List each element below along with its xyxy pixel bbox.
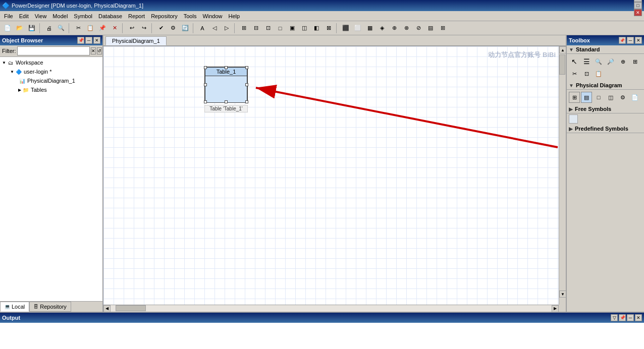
tb-btn-g5[interactable]: ▣ [287, 23, 298, 34]
menu-file[interactable]: File [1, 12, 16, 20]
restore-button[interactable]: □ [634, 2, 642, 9]
tb-btn-g4[interactable]: □ [275, 23, 286, 34]
tool-table-grid[interactable]: ⊞ [569, 92, 580, 103]
tb-btn-grid2[interactable]: ⊟ [250, 23, 261, 34]
filter-refresh-button[interactable]: ↺ [97, 47, 102, 54]
tool-view[interactable]: □ [593, 92, 604, 103]
expand-workspace-icon[interactable]: ▼ [2, 61, 6, 65]
tree-userlogin[interactable]: ▼ 🔷 user-login * [1, 67, 101, 76]
tree-physicaldiagram[interactable]: 📊 PhysicalDiagram_1 [1, 76, 101, 85]
tool-copy[interactable]: ⊡ [581, 68, 592, 79]
tb-btn-h9[interactable]: ⊞ [437, 23, 448, 34]
tool-doc[interactable]: 📄 [629, 92, 640, 103]
hscroll-thumb[interactable] [116, 305, 146, 311]
toolbox-section-standard[interactable]: ▼ Standard [567, 45, 644, 54]
handle-ml[interactable] [204, 83, 207, 86]
handle-mr[interactable] [245, 83, 248, 86]
tb-btn-h8[interactable]: ▤ [425, 23, 436, 34]
tb-btn-h4[interactable]: ◈ [377, 23, 388, 34]
tool-list[interactable]: ☰ [581, 56, 592, 67]
hscroll-left-button[interactable]: ◀ [103, 305, 111, 312]
ob-close-button[interactable]: ✕ [93, 37, 100, 44]
reverse-button[interactable]: 🔄 [180, 23, 191, 34]
tool-props[interactable]: ⊞ [629, 56, 640, 67]
tool-zoomout[interactable]: 🔎 [605, 56, 616, 67]
delete-button[interactable]: ✕ [109, 23, 120, 34]
new-button[interactable]: 📄 [2, 23, 13, 34]
cut-button[interactable]: ✂ [73, 23, 84, 34]
tree-tables[interactable]: ▶ 📁 Tables [1, 85, 101, 94]
tb-btn-g6[interactable]: ◫ [299, 23, 310, 34]
handle-tm[interactable] [225, 66, 228, 69]
toolbox-minimize-button[interactable]: ─ [627, 37, 634, 44]
menu-edit[interactable]: Edit [16, 12, 32, 20]
close-button[interactable]: ✕ [634, 9, 642, 16]
handle-tl[interactable] [204, 66, 207, 69]
check-button[interactable]: ✔ [155, 23, 167, 34]
table-element[interactable]: Table_1 Table 'Table_1' [204, 67, 248, 112]
undo-button[interactable]: ↩ [126, 23, 137, 34]
tb-btn-grid1[interactable]: ⊞ [238, 23, 249, 34]
output-close-button[interactable]: ✕ [635, 314, 642, 321]
output-expand-button[interactable]: ▽ [611, 314, 618, 321]
toolbox-section-free[interactable]: ▶ Free Symbols [567, 105, 644, 113]
vscroll-down-button[interactable]: ▼ [559, 290, 566, 298]
handle-bm[interactable] [225, 100, 228, 103]
redo-button[interactable]: ↪ [138, 23, 149, 34]
vscroll-thumb[interactable] [559, 54, 565, 75]
tb-btn-g3[interactable]: ⊡ [262, 23, 274, 34]
tb-btn-g7[interactable]: ◧ [311, 23, 322, 34]
toolbox-close-button[interactable]: ✕ [635, 37, 642, 44]
expand-tables-icon[interactable]: ▶ [18, 88, 21, 92]
save-button[interactable]: 💾 [26, 23, 37, 34]
diagram-scroll-area[interactable]: Table_1 Table 'Table_1' 动力节点官方账号 BiBi ▲ … [103, 46, 566, 312]
tab-repository[interactable]: 🗄 Repository [29, 302, 71, 312]
generate-button[interactable]: ⚙ [168, 23, 179, 34]
tb-btn-h7[interactable]: ⊘ [413, 23, 424, 34]
menu-repository[interactable]: Repository [148, 12, 181, 20]
toolbox-section-physical[interactable]: ▼ Physical Diagram [567, 81, 644, 90]
diagram-hscroll[interactable]: ◀ ▶ [103, 305, 559, 312]
tb-btn-h6[interactable]: ⊗ [401, 23, 412, 34]
filter-clear-button[interactable]: ✕ [91, 47, 96, 54]
menu-view[interactable]: View [32, 12, 50, 20]
diagram-canvas[interactable]: Table_1 Table 'Table_1' 动力节点官方账号 BiBi [103, 46, 566, 312]
tb-btn-h3[interactable]: ▦ [364, 23, 375, 34]
tb-btn-h1[interactable]: ⬛ [340, 23, 351, 34]
ob-minimize-button[interactable]: ─ [85, 37, 92, 44]
tool-zoomin[interactable]: 🔍 [593, 56, 604, 67]
table-box[interactable]: Table_1 [204, 67, 248, 103]
ob-pin-button[interactable]: 📌 [77, 37, 84, 44]
tool-table-list[interactable]: ▤ [581, 92, 592, 103]
tool-fit[interactable]: ⊕ [617, 56, 628, 67]
tree-workspace[interactable]: ▼ 🗂 Workspace [1, 58, 101, 67]
print-button[interactable]: 🖨 [43, 23, 55, 34]
handle-tr[interactable] [245, 66, 248, 69]
menu-symbol[interactable]: Symbol [71, 12, 95, 20]
tb-btn-g8[interactable]: ⊠ [323, 23, 334, 34]
diagram-tab-1[interactable]: PhysicalDiagram_1 [105, 36, 167, 45]
menu-report[interactable]: Report [125, 12, 148, 20]
paste-button[interactable]: 📌 [97, 23, 108, 34]
hscroll-right-button[interactable]: ▶ [552, 305, 559, 312]
toolbox-pin-button[interactable]: 📌 [619, 37, 626, 44]
output-pin-button[interactable]: 📌 [619, 314, 626, 321]
tb-btn-right[interactable]: ▷ [221, 23, 232, 34]
copy-button[interactable]: 📋 [85, 23, 96, 34]
open-button[interactable]: 📂 [14, 23, 25, 34]
toolbox-section-predefined[interactable]: ▶ Predefined Symbols [567, 125, 644, 133]
tb-btn-left[interactable]: ◁ [209, 23, 220, 34]
menu-help[interactable]: Help [226, 12, 243, 20]
tab-local[interactable]: 💻 Local [0, 302, 29, 312]
output-minimize-button[interactable]: ─ [627, 314, 634, 321]
tb-btn-h5[interactable]: ⊕ [389, 23, 400, 34]
handle-bl[interactable] [204, 100, 207, 103]
menu-database[interactable]: Database [95, 12, 125, 20]
handle-br[interactable] [245, 100, 248, 103]
tool-cut[interactable]: ✂ [569, 68, 580, 79]
tool-settings2[interactable]: ⚙ [617, 92, 628, 103]
menu-tools[interactable]: Tools [181, 12, 200, 20]
filter-input[interactable] [17, 46, 90, 55]
menu-window[interactable]: Window [199, 12, 225, 20]
preview-button[interactable]: 🔍 [56, 23, 67, 34]
